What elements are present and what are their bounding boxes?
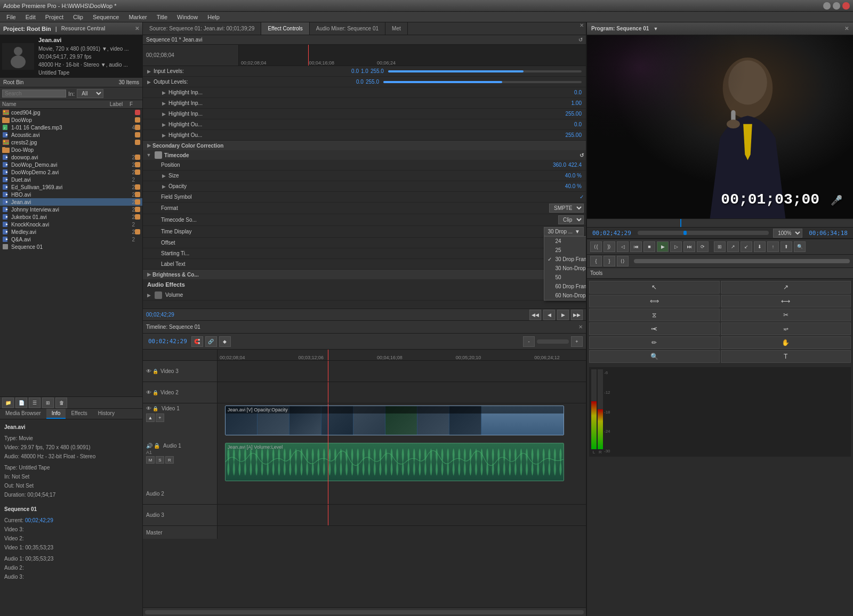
output-slider[interactable] — [383, 81, 582, 83]
timeline-scrollbar[interactable] — [145, 610, 584, 614]
project-list-item[interactable]: ♪ 1-01 16 Candles.mp3 4 — [0, 124, 142, 131]
loop-btn[interactable]: ⟳ — [697, 241, 709, 252]
option-30-drop[interactable]: 30 Drop Frame — [544, 255, 586, 264]
timecode-reset-icon[interactable]: ↺ — [580, 152, 584, 158]
hi-expand-2[interactable]: ▶ — [160, 100, 167, 107]
project-list-item[interactable]: Johnny Interview.avi 2 — [0, 206, 142, 213]
v1-eye-icon[interactable]: 👁 — [146, 406, 151, 411]
option-24[interactable]: 24 — [544, 237, 586, 246]
project-list-item[interactable]: Ed_Sullivan_1969.avi 2 — [0, 183, 142, 191]
project-list-item[interactable]: KnockKnock.avi 2 — [0, 221, 142, 228]
tc-size-expand[interactable]: ▶ — [160, 172, 167, 180]
output-btn[interactable]: ↗ — [727, 241, 739, 252]
a1-lock-icon[interactable]: 🔒 — [154, 443, 160, 449]
go-end-btn[interactable]: ⏭ — [683, 241, 695, 252]
project-list-item[interactable]: Q&A.avi 2 — [0, 236, 142, 243]
menu-edit[interactable]: Edit — [21, 13, 40, 21]
expand-icon-2[interactable]: ▶ — [145, 78, 152, 86]
project-list-item[interactable]: HBO.avi 2 — [0, 191, 142, 198]
v2-eye-icon[interactable]: 👁 — [146, 390, 151, 395]
zoom-in-btn[interactable]: + — [571, 336, 583, 347]
project-list-item[interactable]: Jukebox 01.avi 2 — [0, 213, 142, 221]
menu-clip[interactable]: Clip — [69, 13, 87, 21]
insert-btn[interactable]: ↙ — [741, 241, 752, 252]
tc-field-val[interactable]: ✓ — [580, 194, 584, 200]
project-list-item[interactable]: Acoustic.avi — [0, 131, 142, 139]
project-list-item[interactable]: Duet.avi 2 — [0, 176, 142, 183]
tool-pen[interactable]: ✏ — [589, 336, 720, 349]
project-list-item[interactable]: coed904.jpg — [0, 109, 142, 116]
project-list-item[interactable]: Sequence 01 — [0, 243, 142, 250]
menu-marker[interactable]: Marker — [124, 13, 151, 21]
go-to-out-btn[interactable]: }⟩ — [603, 241, 615, 252]
option-50[interactable]: 50 — [544, 273, 586, 282]
tab-met[interactable]: Met — [385, 22, 408, 35]
icon-view-btn[interactable]: ⊞ — [42, 398, 54, 408]
go-to-in-btn[interactable]: ⟨{ — [590, 241, 602, 252]
project-list-item[interactable]: Jean.avi 2 — [0, 198, 142, 206]
project-list-item[interactable]: doowop.avi 2 — [0, 153, 142, 161]
time-display-dropdown[interactable]: 30 Drop ... ▼ 24 25 30 Drop Frame 30 Non… — [544, 227, 584, 236]
expand-icon[interactable]: ▶ — [145, 68, 152, 75]
zoom-btn[interactable]: 🔍 — [794, 241, 806, 252]
menu-project[interactable]: Project — [41, 13, 68, 21]
new-item-btn[interactable]: 📄 — [15, 398, 27, 408]
panel-close-icon[interactable]: ✕ — [135, 26, 139, 31]
tool-zoom[interactable]: 🔍 — [589, 350, 720, 363]
project-list-item[interactable]: Medley.avi 2 — [0, 228, 142, 236]
track-v2-content[interactable] — [218, 382, 586, 403]
v1-collapse-btn[interactable]: ▲ — [146, 414, 155, 422]
menu-sequence[interactable]: Sequence — [88, 13, 124, 21]
hi-expand-3[interactable]: ▶ — [160, 110, 167, 118]
a1-mute-btn[interactable]: M — [146, 456, 155, 464]
tab-effects[interactable]: Effects — [66, 409, 92, 419]
brightness-expand[interactable]: ▶ — [145, 271, 152, 278]
tool-ripple[interactable]: ⟺ — [589, 295, 720, 307]
step-back-frame-btn[interactable]: ◁ — [617, 241, 629, 252]
v2-lock-icon[interactable]: 🔒 — [152, 390, 158, 395]
add-marker-btn[interactable]: ◆ — [219, 336, 231, 347]
stop-btn[interactable]: ■ — [643, 241, 655, 252]
mark-out-btn[interactable]: } — [603, 256, 615, 266]
menu-file[interactable]: File — [2, 13, 20, 21]
project-list-item[interactable]: DooWop — [0, 116, 142, 124]
pm-timeline-scrub[interactable] — [638, 231, 769, 235]
timeline-close-icon[interactable]: ✕ — [578, 324, 583, 330]
track-v3-content[interactable] — [218, 361, 586, 382]
resource-central-tab[interactable]: Resource Central — [61, 26, 106, 31]
ec-nav-next[interactable]: ▶ — [557, 310, 569, 320]
minimize-btn[interactable] — [823, 2, 831, 10]
step-back-btn[interactable]: ⏮ — [630, 241, 642, 252]
overwrite-btn[interactable]: ⬇ — [754, 241, 766, 252]
track-a1-content[interactable]: Jean.avi [A] Volume:Level — [218, 441, 586, 483]
search-input[interactable] — [2, 90, 66, 98]
track-a3-content[interactable] — [218, 505, 586, 525]
secondary-expand[interactable]: ▶ — [145, 142, 152, 149]
tool-hand[interactable]: ✋ — [721, 336, 851, 349]
play-btn[interactable]: ▶ — [657, 241, 669, 252]
extract-btn[interactable]: ⬆ — [780, 241, 792, 252]
link-btn[interactable]: 🔗 — [205, 336, 217, 347]
time-display-btn[interactable]: 30 Drop ... ▼ — [544, 227, 584, 236]
ec-nav-prev[interactable]: ◀ — [543, 310, 555, 320]
project-list-item[interactable]: DooWopDemo 2.avi 2 — [0, 168, 142, 176]
tool-select-track[interactable]: ↗ — [721, 281, 851, 294]
tc-format-select[interactable]: SMPTE — [549, 204, 584, 213]
v3-lock-icon[interactable]: 🔒 — [152, 369, 158, 374]
tool-slip[interactable]: ⥷ — [589, 322, 720, 335]
tool-razor[interactable]: ✂ — [721, 309, 851, 321]
a1-record-btn[interactable]: R — [165, 456, 174, 464]
v3-eye-icon[interactable]: 👁 — [146, 368, 151, 374]
delete-btn[interactable]: 🗑 — [55, 398, 67, 408]
tab-info[interactable]: Info — [46, 409, 66, 419]
tab-history[interactable]: History — [93, 409, 120, 419]
tab-effect-controls[interactable]: Effect Controls — [261, 22, 309, 35]
timecode-expand[interactable]: ▼ — [145, 151, 152, 159]
maximize-btn[interactable] — [833, 2, 840, 10]
tab-media-browser[interactable]: Media Browser — [0, 409, 46, 419]
tool-rolling[interactable]: ⟷ — [721, 295, 851, 307]
tc-opacity-expand[interactable]: ▶ — [160, 183, 167, 190]
tool-slide[interactable]: ⥴ — [721, 322, 851, 335]
in-select[interactable]: All — [77, 89, 103, 98]
option-60-drop[interactable]: 60 Drop Frame — [544, 282, 586, 291]
